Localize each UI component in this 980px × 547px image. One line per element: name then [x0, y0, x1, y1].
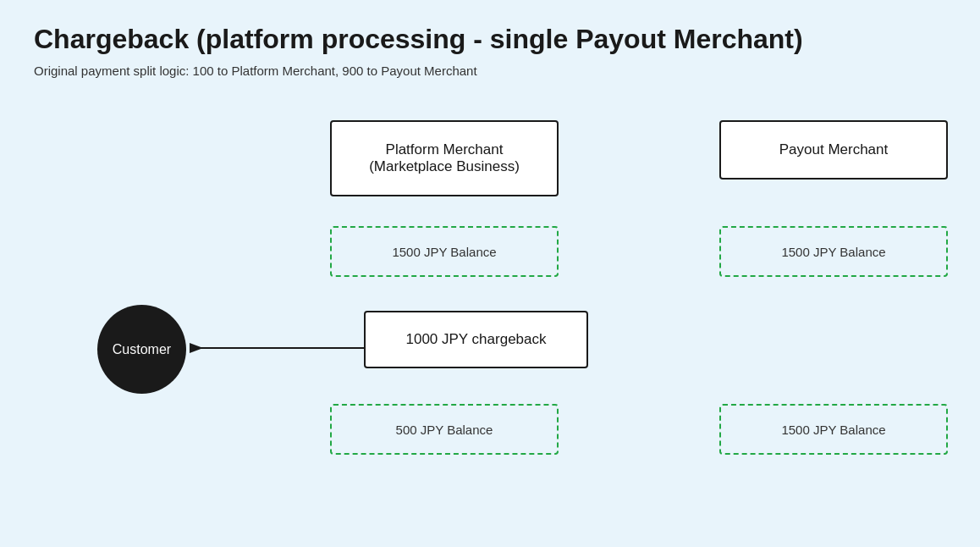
chargeback-box: 1000 JPY chargeback — [364, 311, 588, 368]
chargeback-arrow — [186, 338, 366, 358]
page-subtitle: Original payment split logic: 100 to Pla… — [34, 64, 946, 78]
payout-balance-before-label: 1500 JPY Balance — [781, 245, 885, 259]
platform-balance-after-label: 500 JPY Balance — [396, 423, 493, 437]
page: Chargeback (platform processing - single… — [0, 0, 980, 547]
payout-merchant-label: Payout Merchant — [779, 141, 889, 158]
chargeback-label: 1000 JPY chargeback — [405, 331, 546, 348]
platform-merchant-label-1: Platform Merchant — [369, 141, 520, 158]
diagram: Platform Merchant (Marketplace Business)… — [34, 103, 946, 510]
platform-merchant-box: Platform Merchant (Marketplace Business) — [330, 120, 559, 196]
payout-balance-before-box: 1500 JPY Balance — [719, 226, 948, 277]
platform-balance-after-box: 500 JPY Balance — [330, 404, 559, 455]
customer-label: Customer — [113, 342, 171, 357]
customer-circle: Customer — [97, 305, 186, 394]
platform-merchant-label-2: (Marketplace Business) — [369, 158, 520, 175]
payout-balance-after-label: 1500 JPY Balance — [781, 423, 885, 437]
payout-merchant-box: Payout Merchant — [719, 120, 948, 180]
platform-balance-before-label: 1500 JPY Balance — [392, 245, 496, 259]
platform-balance-before-box: 1500 JPY Balance — [330, 226, 559, 277]
page-title: Chargeback (platform processing - single… — [34, 24, 946, 55]
payout-balance-after-box: 1500 JPY Balance — [719, 404, 948, 455]
